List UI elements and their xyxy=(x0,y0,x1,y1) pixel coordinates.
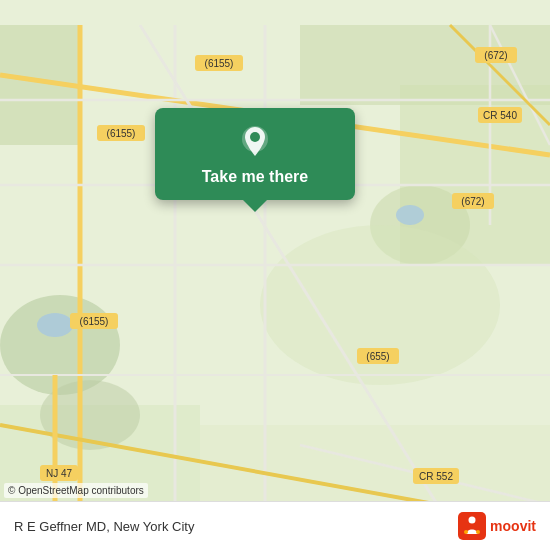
location-pin-icon xyxy=(237,124,273,160)
moovit-text: moovit xyxy=(490,518,536,534)
svg-text:CR 552: CR 552 xyxy=(419,471,453,482)
svg-point-10 xyxy=(37,313,73,337)
moovit-brand-icon xyxy=(458,512,486,540)
popup-label: Take me there xyxy=(202,168,308,186)
svg-point-50 xyxy=(476,530,480,534)
svg-point-49 xyxy=(464,530,468,534)
place-name: R E Geffner MD, New York City xyxy=(14,519,194,534)
svg-text:(6155): (6155) xyxy=(205,58,234,69)
svg-text:(6155): (6155) xyxy=(80,316,109,327)
svg-text:CR 540: CR 540 xyxy=(483,110,517,121)
popup-card[interactable]: Take me there xyxy=(155,108,355,200)
map-svg: (6155) (6155) (6155) (672) (672) CR 540 … xyxy=(0,0,550,550)
svg-text:(672): (672) xyxy=(484,50,507,61)
svg-text:(655): (655) xyxy=(366,351,389,362)
svg-rect-47 xyxy=(458,512,486,540)
moovit-logo[interactable]: moovit xyxy=(458,512,536,540)
svg-text:(672): (672) xyxy=(461,196,484,207)
svg-text:NJ 47: NJ 47 xyxy=(46,468,73,479)
map-container: (6155) (6155) (6155) (672) (672) CR 540 … xyxy=(0,0,550,550)
svg-point-48 xyxy=(469,517,476,524)
svg-point-4 xyxy=(0,295,120,395)
svg-point-11 xyxy=(396,205,424,225)
svg-text:(6155): (6155) xyxy=(107,128,136,139)
svg-point-46 xyxy=(250,132,260,142)
osm-attribution: © OpenStreetMap contributors xyxy=(4,483,148,498)
bottom-bar: R E Geffner MD, New York City moovit xyxy=(0,501,550,550)
